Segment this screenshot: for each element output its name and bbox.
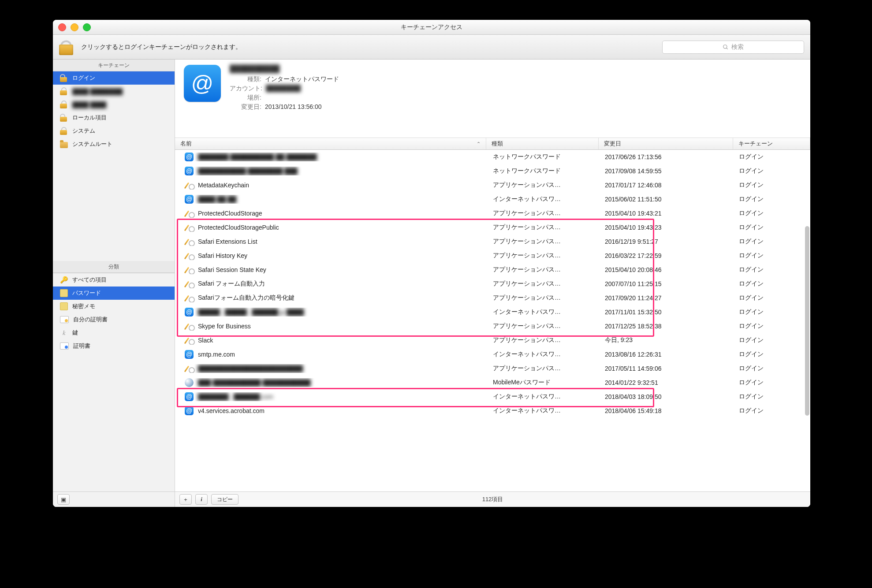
table-row[interactable]: Safari History Keyアプリケーションパス…2016/03/22 … [175,249,810,263]
zoom-button[interactable] [83,23,91,31]
detail-account: ████████ [266,85,301,93]
table-row[interactable]: MetadataKeychainアプリケーションパス…2017/01/17 12… [175,178,810,192]
row-date: 2015/04/10 19:43:23 [600,224,734,231]
table-row[interactable]: Safari Session State Keyアプリケーションパス…2015/… [175,263,810,277]
category-item-label: 証明書 [73,342,90,350]
category-item[interactable]: 証明書 [53,339,175,353]
row-chain: ログイン [734,252,810,260]
keychain-item[interactable]: ████ ████ [53,98,175,111]
keychain-item[interactable]: ログイン [53,71,175,85]
category-item[interactable]: 自分の証明書 [53,313,175,326]
main-pane: @ ██████████ 種類:インターネットパスワード アカウント:█████… [175,60,810,507]
row-date: 2018/04/03 18:09:50 [600,393,734,400]
category-list[interactable]: 🔑すべての項目パスワード秘密メモ自分の証明書𝑘鍵証明書 [53,273,175,491]
table-row[interactable]: @███████ ██████████ ██ ███████ネットワークパスワー… [175,150,810,164]
info-button[interactable]: i [195,494,208,505]
keychain-item-label: ████ ████████ [72,88,123,95]
table-row[interactable]: Safari フォーム自動入力アプリケーションパス…2007/07/10 11:… [175,277,810,291]
category-item-label: 秘密メモ [72,302,95,310]
table-row[interactable]: Slackアプリケーションパス…今日, 9:23ログイン [175,333,810,347]
item-table[interactable]: 名前 種類 変更日 キーチェーン @███████ ██████████ ██ … [175,138,810,491]
minimize-button[interactable] [71,23,78,31]
col-header-name[interactable]: 名前 [175,138,486,149]
table-row[interactable]: Skype for Businessアプリケーションパス…2017/12/25 … [175,319,810,333]
row-date: 2015/04/10 20:08:46 [600,266,734,273]
svg-line-1 [727,48,728,49]
table-row[interactable]: ProtectedCloudStorageアプリケーションパス…2015/04/… [175,206,810,220]
row-date: 2017/11/01 15:32:50 [600,309,734,316]
row-date: 2013/08/16 12:26:31 [600,351,734,358]
table-row[interactable]: @v4.services.acrobat.comインターネットパスワ…2018/… [175,404,810,418]
row-name: ███ ███████████ ███████████ [198,379,311,386]
table-row[interactable]: Safari Extensions Listアプリケーションパス…2016/12… [175,234,810,249]
row-date: 2017/06/26 17:13:56 [600,153,734,160]
keychain-item[interactable]: ローカル項目 [53,111,175,124]
row-kind: インターネットパスワ… [488,308,600,316]
application-password-icon [185,265,194,274]
lock-hint-text: クリックするとログインキーチェーンがロックされます。 [81,43,242,51]
detail-kind-label: 種類: [230,75,261,83]
application-password-icon [185,336,194,345]
application-password-icon [185,223,194,232]
keychain-access-window: キーチェーンアクセス クリックするとログインキーチェーンがロックされます。 検索… [53,20,810,507]
row-chain: ログイン [734,209,810,217]
keychain-item[interactable]: システムルート [53,138,175,151]
row-kind: アプリケーションパス… [488,365,600,372]
row-chain: ログイン [734,365,810,372]
row-name: ███████ ██████████ ██ ███████ [198,153,317,160]
table-row[interactable]: Safariフォーム自動入力の暗号化鍵アプリケーションパス…2017/09/20… [175,291,810,305]
table-row[interactable]: @████ ██ ██インターネットパスワ…2015/06/02 11:51:5… [175,192,810,206]
key-icon: 𝑘 [60,329,68,337]
scrollbar[interactable] [805,226,809,416]
table-row[interactable]: @███████ . ██████.comインターネットパスワ…2018/04/… [175,390,810,404]
lock-closed-icon [60,100,68,108]
add-item-button[interactable]: + [179,494,192,505]
col-header-kind[interactable]: 種類 [486,138,599,149]
search-field[interactable]: 検索 [662,41,804,54]
show-item-button[interactable]: ▣ [57,494,70,505]
keychain-item[interactable]: システム [53,124,175,138]
category-item-label: 自分の証明書 [73,316,108,324]
detail-account-label: アカウント: [230,85,262,93]
at-icon: @ [185,308,194,316]
category-item[interactable]: 𝑘鍵 [53,326,175,339]
note-icon [60,302,68,310]
col-header-chain[interactable]: キーチェーン [733,138,810,149]
application-password-icon [185,237,194,246]
lock-open-icon [60,114,68,122]
table-row[interactable]: ███ ███████████ ███████████MobileMeパスワード… [175,376,810,390]
col-header-date[interactable]: 変更日 [599,138,733,149]
lock-closed-icon [60,127,68,135]
table-row[interactable]: ProtectedCloudStoragePublicアプリケーションパス…20… [175,220,810,234]
copy-button[interactable]: コピー [211,494,238,505]
category-item[interactable]: 秘密メモ [53,300,175,313]
row-chain: ログイン [734,167,810,175]
table-row[interactable]: ████████████████████████アプリケーションパス…2017/… [175,361,810,376]
row-name: Safari フォーム自動入力 [198,280,265,288]
row-chain: ログイン [734,153,810,161]
table-header: 名前 種類 変更日 キーチェーン [175,138,810,150]
titlebar[interactable]: キーチェーンアクセス [53,20,810,35]
at-icon: @ [185,406,194,415]
close-button[interactable] [58,23,66,31]
category-item[interactable]: 🔑すべての項目 [53,273,175,287]
row-date: 2017/09/20 11:24:27 [600,294,734,301]
keychain-list[interactable]: ログイン████ ████████████ ████ローカル項目システムシステム… [53,71,175,261]
row-kind: インターネットパスワ… [488,350,600,358]
row-chain: ログイン [734,195,810,203]
cert-icon [60,342,69,350]
table-row[interactable]: @smtp.me.comインターネットパスワ…2013/08/16 12:26:… [175,347,810,361]
table-row[interactable]: @███████████ ████████ ███ネットワークパスワード2017… [175,164,810,178]
row-date: 2014/01/22 9:32:51 [600,379,734,386]
at-icon: @ [184,65,221,102]
row-chain: ログイン [734,407,810,415]
keychain-item-label: ローカル項目 [72,114,107,122]
application-password-icon [185,181,194,190]
keychain-item[interactable]: ████ ████████ [53,85,175,98]
row-kind: アプリケーションパス… [488,181,600,189]
row-name: v4.services.acrobat.com [198,407,265,414]
lock-keychain-icon[interactable] [59,38,75,56]
table-row[interactable]: @█████ . █████ . ██████.jp ████インターネットパス… [175,305,810,319]
category-item[interactable]: パスワード [53,287,175,300]
row-date: 今日, 9:23 [600,336,734,344]
